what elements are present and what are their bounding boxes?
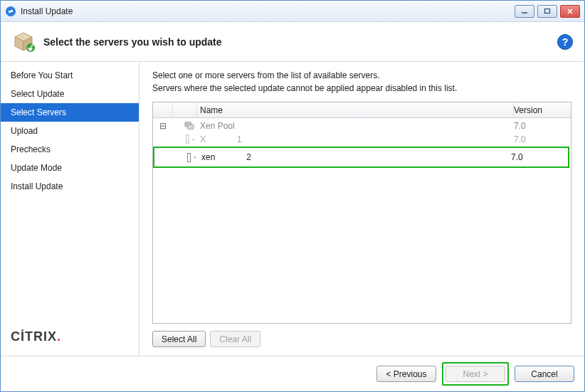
app-icon	[5, 6, 16, 17]
clear-all-button: Clear All	[210, 331, 260, 347]
step-prechecks[interactable]: Prechecks	[1, 140, 139, 159]
svg-rect-4	[545, 9, 550, 13]
window-title: Install Update	[21, 6, 515, 16]
server-checkbox-1	[186, 134, 189, 144]
server-icon	[173, 134, 197, 144]
package-icon	[12, 31, 35, 53]
list-actions: Select All Clear All	[152, 324, 571, 353]
window-buttons	[515, 5, 580, 18]
pool-icon	[173, 121, 197, 131]
titlebar[interactable]: Install Update	[1, 1, 584, 22]
previous-button[interactable]: < Previous	[376, 366, 436, 382]
wizard-content: Select one or more servers from the list…	[139, 62, 584, 356]
col-name[interactable]: Name	[197, 102, 514, 117]
cancel-button[interactable]: Cancel	[515, 366, 574, 382]
server-version-2: 7.0	[511, 152, 568, 162]
brand-logo: CİTRIX.	[1, 322, 139, 356]
server-row-1: X 1 7.0	[153, 134, 571, 145]
close-button[interactable]	[560, 5, 580, 18]
select-all-button[interactable]: Select All	[152, 331, 206, 347]
minimize-button[interactable]	[515, 5, 534, 18]
server-list: Name Version ⊟ Xen Pool 7.0	[152, 102, 571, 324]
wizard-body: Before You Start Select Update Select Se…	[1, 62, 584, 356]
highlighted-server-row: xen 2 7.0	[153, 147, 569, 168]
step-select-update[interactable]: Select Update	[1, 85, 139, 103]
pool-row[interactable]: ⊟ Xen Pool 7.0	[153, 118, 571, 134]
step-select-servers[interactable]: Select Servers	[1, 103, 139, 122]
install-update-window: Install Update Select the servers you wi…	[0, 0, 585, 392]
wizard-header: Select the servers you wish to update ?	[1, 22, 584, 62]
maximize-button[interactable]	[537, 5, 557, 18]
wizard-heading: Select the servers you wish to update	[43, 36, 557, 48]
step-install-update[interactable]: Install Update	[1, 177, 139, 196]
server-icon	[174, 152, 199, 162]
collapse-icon[interactable]: ⊟	[153, 121, 173, 131]
instruction-line1: Select one or more servers from the list…	[152, 69, 571, 82]
step-before-you-start[interactable]: Before You Start	[1, 66, 139, 85]
svg-rect-13	[187, 125, 194, 129]
server-list-header: Name Version	[153, 102, 571, 118]
wizard-footer: < Previous Next > Cancel	[1, 356, 584, 391]
svg-point-15	[194, 139, 194, 140]
pool-version: 7.0	[514, 121, 571, 131]
server-row-2[interactable]: xen 2 7.0	[154, 148, 568, 166]
server-name-1: X 1	[197, 134, 514, 144]
step-update-mode[interactable]: Update Mode	[1, 159, 139, 177]
next-button: Next >	[446, 366, 505, 382]
svg-point-17	[195, 157, 196, 158]
server-name-2: xen 2	[199, 152, 511, 162]
pool-name: Xen Pool	[197, 121, 514, 131]
server-checkbox-2[interactable]	[187, 153, 191, 162]
col-version[interactable]: Version	[514, 102, 571, 117]
instruction-line2: Servers where the selected update cannot…	[152, 82, 571, 95]
step-upload[interactable]: Upload	[1, 122, 139, 140]
server-version-1: 7.0	[514, 134, 571, 144]
wizard-sidebar: Before You Start Select Update Select Se…	[1, 62, 139, 356]
help-icon[interactable]: ?	[557, 34, 573, 50]
next-button-highlight: Next >	[442, 362, 509, 386]
instruction-text: Select one or more servers from the list…	[152, 69, 571, 95]
